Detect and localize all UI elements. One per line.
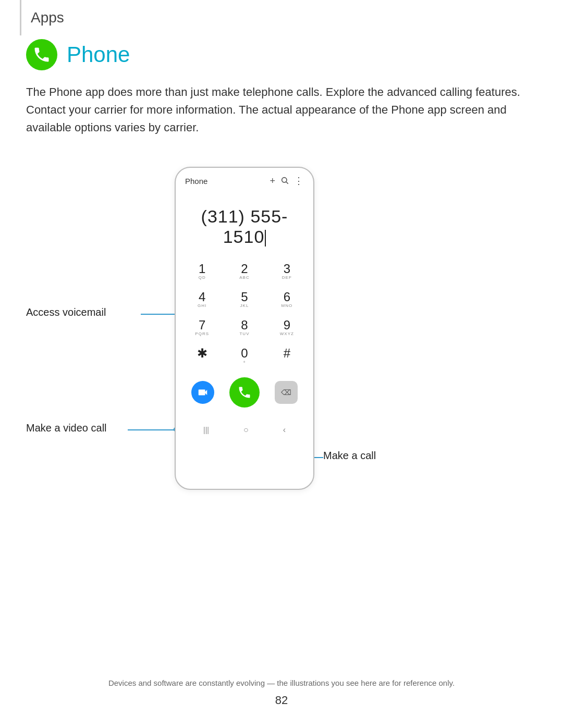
action-row: ⌫	[176, 370, 313, 413]
dial-key-0[interactable]: 0 +	[223, 342, 265, 370]
dial-key-7[interactable]: 7 PQRS	[181, 314, 223, 342]
app-header: Phone	[26, 39, 130, 70]
footer: Devices and software are constantly evol…	[26, 678, 537, 707]
callout-voicemail-label: Access voicemail	[26, 306, 106, 318]
more-options-icon[interactable]: ⋮	[294, 175, 304, 187]
dialpad: 1 QD 2 ABC 3 DEF 4 GHI 5 JKL 6 MNO	[176, 257, 313, 370]
call-icon	[237, 385, 252, 400]
svg-line-1	[286, 182, 288, 184]
phone-screen-header: Phone + ⋮	[176, 168, 313, 191]
footer-disclaimer: Devices and software are constantly evol…	[26, 678, 537, 687]
phone-app-icon	[26, 39, 57, 70]
dial-key-2[interactable]: 2 ABC	[223, 257, 265, 286]
nav-back-icon[interactable]: ‹	[283, 425, 286, 435]
dial-key-3[interactable]: 3 DEF	[266, 257, 308, 286]
phone-number-display: (311) 555-1510	[176, 191, 313, 257]
nav-home-icon[interactable]: ○	[243, 425, 249, 435]
dial-key-4[interactable]: 4 GHI	[181, 286, 223, 314]
text-cursor	[265, 230, 266, 246]
callout-video-label: Make a video call	[26, 422, 107, 434]
delete-button[interactable]: ⌫	[275, 381, 298, 404]
call-button[interactable]	[229, 377, 260, 408]
backspace-icon: ⌫	[281, 388, 291, 397]
dial-key-8[interactable]: 8 TUV	[223, 314, 265, 342]
svg-point-0	[282, 177, 287, 182]
nav-menu-icon[interactable]: |||	[203, 426, 209, 434]
dial-key-1[interactable]: 1 QD	[181, 257, 223, 286]
dial-key-5[interactable]: 5 JKL	[223, 286, 265, 314]
app-description: The Phone app does more than just make t…	[26, 83, 537, 137]
video-icon	[197, 387, 209, 398]
search-icon[interactable]	[280, 176, 289, 186]
dial-key-hash[interactable]: #	[266, 342, 308, 370]
callout-access-voicemail: Access voicemail	[26, 306, 106, 318]
dial-key-star[interactable]: ✱	[181, 342, 223, 370]
add-icon[interactable]: +	[270, 176, 275, 187]
app-title: Phone	[67, 42, 130, 67]
callout-video-call: Make a video call	[26, 422, 107, 434]
breadcrumb-text: Apps	[31, 9, 64, 26]
dial-key-6[interactable]: 6 MNO	[266, 286, 308, 314]
dial-key-9[interactable]: 9 WXYZ	[266, 314, 308, 342]
phone-nav-bar: ||| ○ ‹	[176, 418, 313, 439]
phone-icon	[32, 45, 51, 64]
page-number: 82	[26, 694, 537, 707]
callout-make-call: Make a call	[323, 450, 376, 462]
callout-call-label: Make a call	[323, 450, 376, 461]
phone-header-icons: + ⋮	[270, 175, 304, 187]
phone-screen-title: Phone	[185, 177, 207, 186]
phone-device: Phone + ⋮ (311) 555-1510 1 QD 2	[175, 167, 314, 490]
video-call-button[interactable]	[191, 381, 214, 404]
phone-number-text: (311) 555-1510	[201, 206, 288, 246]
